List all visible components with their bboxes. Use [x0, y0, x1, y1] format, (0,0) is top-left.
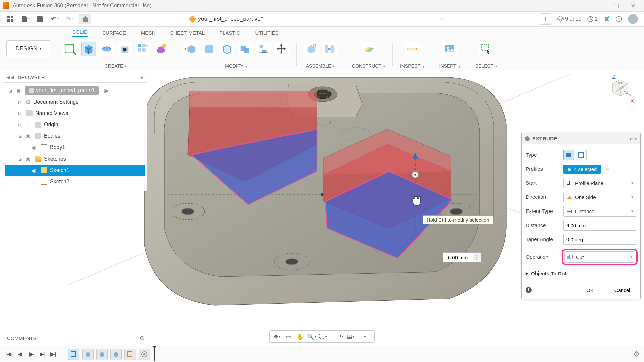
timeline-feature-extrude2[interactable]: [96, 349, 108, 360]
visibility-icon[interactable]: ◉: [32, 144, 38, 150]
fillet-icon[interactable]: [202, 42, 216, 56]
timeline-marker[interactable]: [154, 348, 155, 361]
minimize-button[interactable]: —: [591, 0, 608, 12]
data-panel-toggle[interactable]: [5, 14, 16, 24]
align-icon[interactable]: [256, 42, 271, 56]
timeline-play-button[interactable]: ▶: [27, 350, 36, 359]
ok-button[interactable]: OK: [576, 285, 604, 295]
extrude-icon[interactable]: [81, 42, 96, 56]
joint-icon[interactable]: [322, 42, 337, 56]
timeline-start-button[interactable]: |◀: [4, 350, 13, 359]
direction-select[interactable]: One Side: [563, 192, 636, 202]
home-button[interactable]: [79, 14, 91, 24]
browser-options-button[interactable]: ●: [140, 74, 143, 80]
timeline-settings-button[interactable]: ⚙: [633, 350, 640, 359]
objects-to-cut-row[interactable]: ▶ Objects To Cut: [526, 268, 636, 278]
user-avatar[interactable]: [628, 14, 638, 24]
timeline-feature-extrude3[interactable]: [110, 349, 122, 360]
add-comment-button[interactable]: ⊕: [140, 334, 145, 342]
insert-image-icon[interactable]: [442, 42, 457, 56]
type-solid-button[interactable]: [563, 150, 574, 160]
workspace-picker[interactable]: DESIGN ▾: [0, 27, 57, 70]
timeline-feature-sketch1[interactable]: [68, 349, 79, 360]
tree-sketch1[interactable]: ◉ Sketch1: [5, 165, 145, 176]
viewport-layout-button[interactable]: ◫: [357, 332, 367, 341]
help-icon[interactable]: ?: [616, 16, 622, 22]
pan-button[interactable]: ✋: [295, 332, 305, 341]
extension-status[interactable]: 9 of 10: [557, 16, 581, 22]
taper-input[interactable]: [563, 234, 636, 245]
visibility-icon[interactable]: ◌: [32, 179, 38, 185]
dimension-input-float[interactable]: ⋮: [443, 252, 481, 262]
tree-body1[interactable]: ◉ Body1: [5, 142, 145, 153]
move-icon[interactable]: [274, 42, 289, 56]
type-thin-button[interactable]: [576, 150, 587, 160]
tree-root[interactable]: ◢ ◉ your_first_cnced_part v1 ◉: [5, 85, 145, 96]
dimension-value-input[interactable]: [443, 252, 473, 262]
timeline-feature-extrude1[interactable]: [82, 349, 94, 360]
pattern-icon[interactable]: [136, 42, 150, 56]
look-at-button[interactable]: ▭: [284, 332, 293, 341]
tab-solid[interactable]: SOLID: [72, 29, 88, 37]
visibility-icon[interactable]: ◉: [26, 133, 32, 139]
maximize-button[interactable]: ▢: [608, 0, 625, 12]
zoom-button[interactable]: 🔍: [307, 332, 316, 341]
save-button[interactable]: [35, 14, 46, 24]
file-menu[interactable]: [20, 14, 31, 24]
notifications-icon[interactable]: [604, 16, 610, 22]
tab-plastic[interactable]: PLASTIC: [219, 30, 240, 37]
press-pull-icon[interactable]: [183, 42, 198, 56]
profiles-selection-chip[interactable]: 4 selected: [563, 165, 601, 174]
shell-icon[interactable]: [220, 42, 234, 56]
dimension-menu-button[interactable]: ⋮: [473, 252, 481, 262]
radio-icon[interactable]: ◉: [103, 87, 108, 94]
form-icon[interactable]: [154, 42, 168, 56]
combine-icon[interactable]: [238, 42, 253, 56]
redo-button[interactable]: ↷: [64, 14, 75, 24]
tab-sheet-metal[interactable]: SHEET METAL: [170, 30, 205, 37]
new-tab-button[interactable]: +: [540, 13, 551, 25]
info-icon[interactable]: i: [526, 287, 532, 293]
distance-input[interactable]: [563, 220, 636, 231]
tree-bodies[interactable]: ◢ ◉ Bodies: [5, 130, 145, 142]
grid-settings-button[interactable]: ▦: [346, 332, 355, 341]
undo-button[interactable]: ↶: [50, 14, 60, 24]
browser-collapse-button[interactable]: ◀◀: [6, 74, 14, 80]
visibility-icon[interactable]: ◉: [32, 167, 38, 173]
tree-sketch2[interactable]: ◌ Sketch2: [5, 176, 145, 187]
tab-utilities[interactable]: UTILITIES: [255, 30, 279, 37]
view-cube[interactable]: FRONT RIGHT TOP Z X: [609, 76, 631, 98]
timeline-prev-button[interactable]: ◀: [15, 350, 24, 359]
orbit-button[interactable]: ✥: [272, 332, 282, 341]
tree-document-settings[interactable]: ▷ ⚙ Document Settings: [5, 96, 145, 108]
tree-named-views[interactable]: ▷ Named Views: [5, 108, 145, 119]
tree-origin[interactable]: ▷ ◌ Origin: [5, 119, 145, 130]
dialog-collapse-icon[interactable]: [525, 136, 530, 141]
timeline-feature-sketch2[interactable]: [124, 349, 136, 360]
close-button[interactable]: ✕: [625, 0, 641, 12]
tab-mesh[interactable]: MESH: [141, 30, 155, 37]
visibility-icon[interactable]: ◉: [26, 156, 32, 162]
job-status[interactable]: 1: [587, 16, 598, 22]
fit-button[interactable]: ⛶: [318, 332, 327, 341]
select-icon[interactable]: [479, 42, 493, 56]
operation-select[interactable]: Cut: [564, 251, 635, 263]
document-tab[interactable]: your_first_cnced_part v1* ×: [185, 13, 448, 25]
clear-profiles-button[interactable]: ×: [606, 165, 610, 173]
revolve-icon[interactable]: [99, 42, 114, 56]
create-sketch-icon[interactable]: [63, 42, 78, 56]
measure-icon[interactable]: [405, 42, 420, 56]
timeline-feature-thread[interactable]: [139, 349, 150, 360]
hole-icon[interactable]: [117, 42, 132, 56]
visibility-icon[interactable]: ◌: [26, 122, 32, 128]
new-component-icon[interactable]: [304, 42, 319, 56]
display-settings-button[interactable]: 🖵: [334, 332, 344, 341]
cancel-button[interactable]: Cancel: [608, 285, 636, 295]
tab-surface[interactable]: SURFACE: [102, 30, 126, 37]
dialog-expand-icon[interactable]: ⟷: [630, 136, 637, 142]
tree-sketches[interactable]: ◢ ◉ Sketches: [5, 153, 145, 165]
timeline-end-button[interactable]: ▶||: [50, 350, 58, 359]
start-select[interactable]: Profile Plane: [563, 178, 636, 188]
construct-plane-icon[interactable]: [361, 42, 376, 56]
timeline-next-button[interactable]: ▶|: [38, 350, 47, 359]
